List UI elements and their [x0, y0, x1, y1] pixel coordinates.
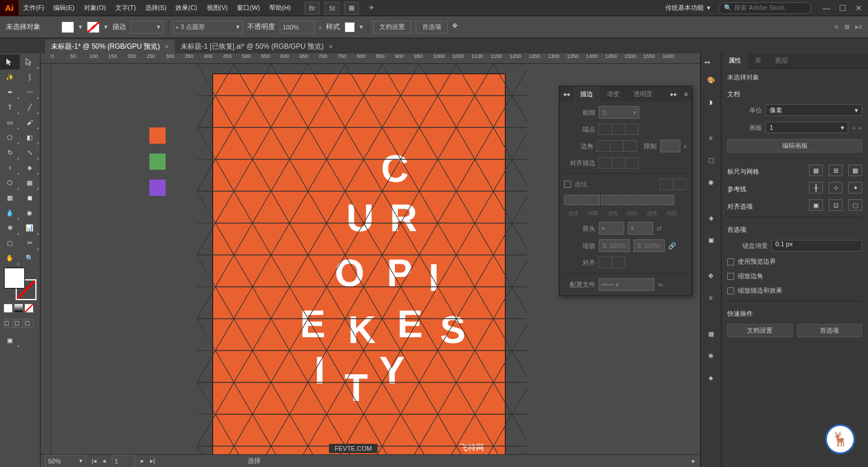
snap-pixel[interactable]: ▣ — [809, 199, 823, 211]
transform-panel-icon[interactable]: ✥ — [704, 269, 718, 283]
swatch-purple[interactable] — [149, 180, 166, 196]
doc-setup-button[interactable]: 文档设置 — [373, 21, 411, 34]
type-tool[interactable]: T — [0, 100, 20, 115]
menu-effect[interactable]: 效果(C) — [171, 0, 202, 16]
ruler-vertical[interactable] — [41, 64, 51, 454]
swap-arrows-icon[interactable]: ⇄ — [657, 225, 662, 232]
nav-next-icon[interactable]: ▸ — [141, 457, 144, 465]
hand-tool[interactable]: ✋ — [0, 250, 20, 265]
guides-visible[interactable]: ╂ — [809, 182, 823, 194]
symbols-panel-icon[interactable]: ◉ — [704, 175, 718, 189]
cap-buttons[interactable] — [599, 123, 639, 135]
fill-stroke-control[interactable] — [4, 268, 36, 300]
arrow-start[interactable]: ▾ — [599, 222, 624, 235]
swatch-orange[interactable] — [149, 127, 166, 144]
artboard-dropdown[interactable]: 1▾ — [766, 122, 848, 133]
artwork-letter[interactable]: R — [390, 199, 417, 237]
draw-behind[interactable]: ◻ — [14, 319, 23, 328]
arrow-scale-end[interactable]: ⇅ 100% — [633, 239, 665, 252]
stroke-width-input[interactable]: ▾ — [131, 21, 163, 34]
screen-mode[interactable]: ▣ — [0, 333, 20, 348]
menu-help[interactable]: 帮助(H) — [265, 0, 295, 16]
dash-checkbox[interactable]: 虚线 — [564, 180, 587, 189]
gradient-panel-icon[interactable]: ▣ — [704, 233, 718, 247]
line-tool[interactable]: ╱ — [20, 100, 39, 115]
brush-tool[interactable]: 🖌 — [20, 115, 39, 130]
color-panel-icon[interactable]: 🎨 — [704, 73, 718, 87]
gradient-tab[interactable]: 渐变 — [600, 86, 627, 101]
pen-tool[interactable]: ✒ — [0, 85, 20, 100]
shape-builder-tool[interactable]: ⬡ — [0, 175, 20, 190]
profile-dropdown[interactable]: ━━━ ▾ — [599, 278, 654, 291]
swatch-green[interactable] — [149, 154, 166, 170]
nav-first-icon[interactable]: |◂ — [91, 457, 97, 465]
search-stock[interactable]: 🔍搜索 Adobe Stock — [719, 2, 811, 14]
artwork-letter[interactable]: I — [314, 351, 325, 389]
artwork-letter[interactable]: I — [428, 258, 439, 297]
align-stroke-buttons[interactable] — [599, 157, 639, 169]
guides-lock[interactable]: ⊹ — [829, 182, 843, 194]
prefs-button[interactable]: 首选项 — [416, 21, 448, 34]
brush-def-dropdown[interactable]: •3 点圆形▾ — [173, 21, 243, 34]
menu-type[interactable]: 文字(T) — [111, 0, 141, 16]
edit-artboards-button[interactable]: 编辑画板 — [727, 139, 862, 152]
menu-edit[interactable]: 编辑(E) — [49, 0, 79, 16]
workspace-dropdown[interactable]: 传统基本功能▾ — [660, 2, 716, 13]
chevron-down-icon[interactable]: ▾ — [79, 23, 82, 31]
rotate-tool[interactable]: ↻ — [0, 145, 20, 160]
artwork-letter[interactable]: O — [335, 254, 364, 292]
smart-guides[interactable]: ✦ — [848, 182, 862, 194]
stock-icon[interactable]: St — [324, 2, 339, 14]
collapse-icon[interactable]: ▸▸ — [667, 90, 681, 98]
transparency-tab[interactable]: 透明度 — [627, 86, 660, 101]
perspective-tool[interactable]: ▦ — [20, 175, 39, 190]
chevron-right-icon[interactable]: › — [319, 24, 321, 31]
nav-prev-icon[interactable]: ◂ — [102, 457, 106, 465]
gradient-mode[interactable] — [14, 304, 23, 313]
align-icon[interactable]: ≡ — [834, 23, 838, 31]
menu-select[interactable]: 选择(S) — [141, 0, 171, 16]
close-tab-icon[interactable]: ✕ — [328, 43, 333, 50]
magic-wand-tool[interactable]: ✨ — [0, 70, 20, 85]
nav-next-icon[interactable]: ▸ — [859, 124, 862, 132]
opacity-input[interactable]: 100% — [280, 21, 314, 34]
link-icon[interactable]: 🔗 — [668, 242, 676, 250]
corner-buttons[interactable] — [597, 140, 637, 152]
stroke-weight-input[interactable]: ⇅ ▾ — [599, 106, 639, 119]
mesh-tool[interactable]: ▩ — [0, 190, 20, 205]
chevron-down-icon[interactable]: ▾ — [360, 23, 363, 31]
ruler-horizontal[interactable]: 0501001502002503003504004505005506006507… — [41, 53, 700, 64]
ruler-toggle[interactable]: ▦ — [809, 165, 823, 176]
direct-selection-tool[interactable] — [20, 54, 39, 70]
blend-tool[interactable]: ◉ — [20, 205, 39, 220]
brushes-panel-icon[interactable]: ▢ — [704, 153, 718, 167]
maximize-icon[interactable]: ☐ — [837, 3, 848, 13]
artwork-letter[interactable]: C — [381, 149, 409, 188]
none-mode[interactable] — [24, 304, 34, 313]
color-guide-icon[interactable]: ◗ — [704, 95, 718, 109]
align-panel-icon[interactable]: ≡ — [704, 291, 718, 305]
graphic-styles-icon[interactable]: ❋ — [704, 349, 718, 363]
draw-normal[interactable]: ◻ — [3, 319, 13, 328]
panel-menu-icon[interactable]: ≡ — [681, 90, 691, 97]
menu-window[interactable]: 窗口(W) — [232, 0, 265, 16]
artboard[interactable]: CUROPIEKESITY 飞特网 — [213, 74, 505, 454]
minimize-icon[interactable]: — — [821, 3, 832, 13]
quick-doc-setup[interactable]: 文档设置 — [727, 324, 793, 337]
arrow-scale-start[interactable]: ⇅ 100% — [599, 239, 630, 252]
menu-view[interactable]: 视图(V) — [202, 0, 233, 16]
unit-dropdown[interactable]: 像素▾ — [766, 104, 862, 116]
stroke-tab[interactable]: 描边 — [573, 86, 600, 101]
scale-corners-checkbox[interactable]: 缩放边角 — [727, 272, 862, 280]
curvature-tool[interactable]: 〰 — [20, 85, 39, 100]
artboard-nav[interactable]: 1 — [112, 455, 135, 468]
quick-prefs[interactable]: 首选项 — [797, 324, 863, 337]
nav-prev-icon[interactable]: ◂ — [852, 124, 855, 132]
scale-tool[interactable]: ⤡ — [20, 145, 39, 160]
style-swatch[interactable] — [345, 22, 355, 32]
close-icon[interactable]: ✕ — [853, 3, 865, 13]
rectangle-tool[interactable]: ▭ — [0, 115, 20, 130]
doc-tab-1[interactable]: 未标题-1* @ 50% (RGB/GPU 预览)✕ — [45, 39, 175, 53]
zoom-dropdown[interactable]: 50%▾ — [45, 455, 86, 468]
limit-input[interactable] — [660, 140, 680, 152]
